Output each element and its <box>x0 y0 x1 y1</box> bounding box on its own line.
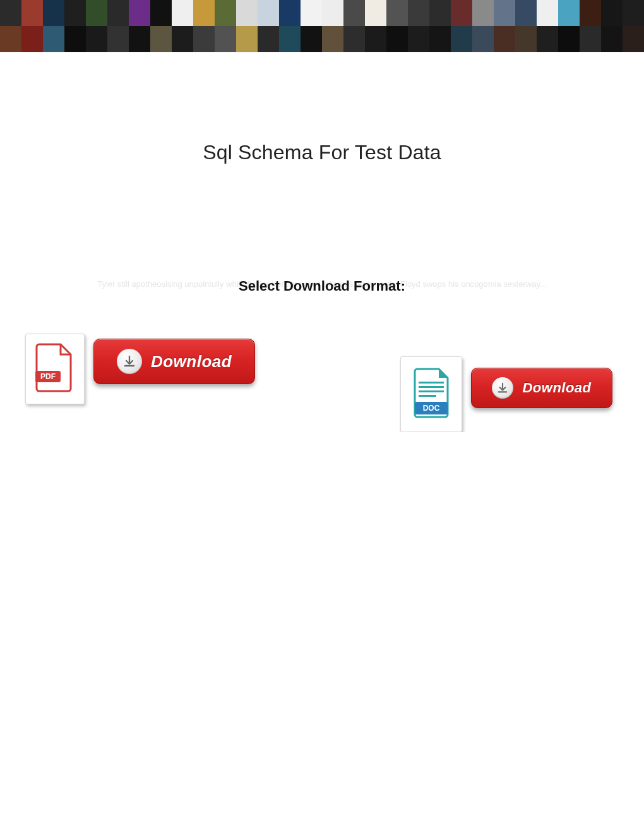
thumbnail-banner <box>0 0 644 52</box>
banner-tile <box>279 0 301 26</box>
banner-tile <box>558 0 580 26</box>
pdf-badge-text: PDF <box>40 372 56 381</box>
download-option-doc: DOC Download <box>400 356 612 432</box>
banner-tile <box>279 26 301 52</box>
banner-tile <box>537 0 558 26</box>
banner-tile <box>301 26 322 52</box>
banner-tile <box>150 0 172 26</box>
doc-badge-text: DOC <box>423 404 440 413</box>
banner-tile <box>21 26 43 52</box>
banner-tile <box>215 0 236 26</box>
banner-tile <box>0 0 21 26</box>
banner-tile <box>494 0 515 26</box>
banner-tile <box>43 26 64 52</box>
banner-tile <box>0 26 21 52</box>
banner-tile <box>86 0 107 26</box>
banner-tile <box>472 0 494 26</box>
banner-tile <box>129 0 150 26</box>
banner-tile <box>43 0 64 26</box>
banner-tile <box>558 26 580 52</box>
doc-file-icon: DOC <box>411 366 451 422</box>
banner-tile <box>172 0 193 26</box>
banner-tile <box>193 26 215 52</box>
download-doc-button[interactable]: Download <box>471 368 612 408</box>
banner-tile <box>343 26 365 52</box>
banner-tile <box>322 26 343 52</box>
banner-tile <box>64 0 86 26</box>
banner-tile <box>494 26 515 52</box>
banner-tile <box>408 26 429 52</box>
banner-tile <box>301 0 322 26</box>
banner-tile <box>451 26 472 52</box>
banner-tile <box>451 0 472 26</box>
banner-tile <box>258 26 279 52</box>
banner-tile <box>472 26 494 52</box>
svg-rect-3 <box>419 390 444 392</box>
banner-tile <box>580 0 601 26</box>
pdf-file-icon: PDF <box>35 343 75 395</box>
banner-tile <box>623 0 644 26</box>
banner-tile <box>129 26 150 52</box>
banner-tile <box>107 0 129 26</box>
download-arrow-icon <box>492 377 513 399</box>
banner-tile <box>365 26 386 52</box>
banner-tile <box>580 26 601 52</box>
download-doc-label: Download <box>522 380 591 396</box>
banner-tile <box>322 0 343 26</box>
banner-tile <box>365 0 386 26</box>
banner-tile <box>215 26 236 52</box>
banner-tile <box>150 26 172 52</box>
banner-tile <box>21 0 43 26</box>
banner-tile <box>172 26 193 52</box>
banner-tile <box>386 26 408 52</box>
banner-tile <box>429 26 451 52</box>
select-format-heading: Select Download Format: <box>25 278 619 294</box>
banner-tile <box>193 0 215 26</box>
download-options: PDF Download <box>25 334 619 432</box>
banner-tile <box>408 0 429 26</box>
banner-tile <box>515 26 537 52</box>
banner-tile <box>64 26 86 52</box>
download-pdf-button[interactable]: Download <box>93 339 255 384</box>
pdf-file-card: PDF <box>25 334 85 404</box>
download-pdf-label: Download <box>151 352 232 372</box>
banner-tile <box>107 26 129 52</box>
banner-tile <box>343 0 365 26</box>
svg-rect-2 <box>419 386 444 388</box>
svg-rect-4 <box>419 395 436 397</box>
banner-tile <box>515 0 537 26</box>
doc-file-card: DOC <box>400 356 462 432</box>
banner-tile <box>537 26 558 52</box>
banner-tile <box>236 0 258 26</box>
banner-tile <box>623 26 644 52</box>
page-title: Sql Schema For Test Data <box>25 141 619 164</box>
banner-tile <box>86 26 107 52</box>
banner-tile <box>386 0 408 26</box>
banner-tile <box>429 0 451 26</box>
banner-tile <box>236 26 258 52</box>
svg-rect-1 <box>419 382 444 384</box>
page-content: Sql Schema For Test Data Tyler still apo… <box>0 141 644 432</box>
download-option-pdf: PDF Download <box>25 334 255 432</box>
select-format-row: Tyler still apotheosising unpointully wh… <box>25 278 619 296</box>
download-arrow-icon <box>117 349 142 374</box>
banner-tile <box>601 0 623 26</box>
banner-tile <box>601 26 623 52</box>
banner-tile <box>258 0 279 26</box>
